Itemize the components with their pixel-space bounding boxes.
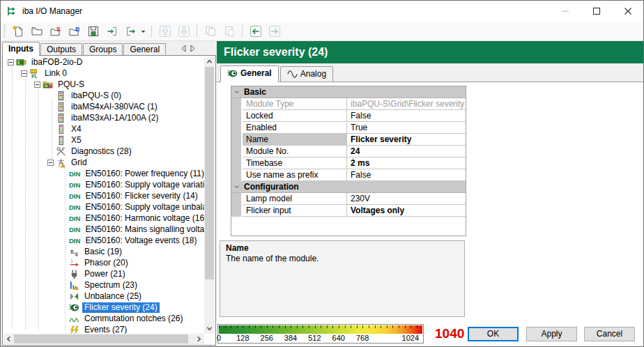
left-tab[interactable]: Inputs	[2, 42, 40, 56]
scroll-up-icon[interactable]	[204, 56, 215, 67]
scroll-right-icon[interactable]	[194, 334, 204, 344]
navigate-forward-button[interactable]	[266, 23, 283, 40]
property-value[interactable]: ibaPQU-S\Grid\Flicker severity	[347, 98, 466, 110]
scale-tick-label: 768	[356, 334, 369, 342]
left-tab[interactable]: Outputs	[40, 43, 82, 56]
property-value[interactable]: 230V	[347, 193, 466, 205]
tree-item[interactable]: Diagnostics (28)	[3, 146, 204, 157]
tree-item[interactable]: DIN EN50160: Flicker severity (14)	[3, 190, 204, 201]
property-row-margin	[231, 205, 243, 217]
paste-button[interactable]	[220, 23, 238, 40]
scrollbar-thumb[interactable]	[14, 334, 188, 344]
tree-item[interactable]: Events (27)	[3, 324, 204, 334]
tree-item[interactable]: ibaFOB-2io-D	[3, 56, 204, 68]
tree-item[interactable]: ibaMS3xAI-1A/100A (2)	[3, 112, 204, 123]
navigate-back-button[interactable]	[247, 23, 264, 40]
tree-item[interactable]: Spectrum (23)	[3, 279, 204, 291]
tree-item[interactable]: DIN EN50160: Harmonic voltage (16)	[3, 213, 204, 224]
tree-item[interactable]: DIN EN50160: Voltage events (18)	[3, 235, 204, 246]
detail-tab[interactable]: Analog	[280, 66, 333, 82]
export-button[interactable]	[122, 23, 139, 40]
tree-item[interactable]: Commutation notches (26)	[3, 313, 204, 324]
tree-item-label: Events (27)	[82, 325, 129, 334]
tree-item[interactable]: ibaMS4xAI-380VAC (1)	[3, 101, 204, 112]
left-tab[interactable]: Groups	[83, 43, 123, 56]
property-section-header[interactable]: Configuration	[231, 181, 466, 193]
property-section-header[interactable]: Basic	[231, 86, 466, 98]
expander-icon[interactable]	[8, 59, 14, 65]
property-value[interactable]: False	[347, 169, 466, 181]
property-value[interactable]: False	[347, 110, 466, 122]
property-value[interactable]: True	[347, 122, 466, 134]
open-backup-button[interactable]: B	[66, 23, 83, 40]
din-icon: DIN	[69, 180, 80, 190]
tree-item[interactable]: s PQU-S	[3, 79, 204, 90]
tree-item[interactable]: Basic (19)	[3, 246, 204, 257]
tree-item[interactable]: DIN EN50160: Power frequency (11)	[3, 168, 204, 179]
close-button[interactable]	[612, 1, 643, 22]
property-label: Module No.	[243, 146, 347, 157]
tree-item-label: Diagnostics (28)	[69, 146, 134, 157]
tab-scroll-right-icon[interactable]	[190, 44, 197, 52]
tree-item[interactable]: X5	[3, 134, 204, 146]
property-value[interactable]: 2 ms	[347, 157, 466, 169]
left-tab[interactable]: General	[123, 43, 166, 56]
open-solution-button[interactable]: S	[47, 23, 64, 40]
titlebar: iba I/O Manager	[1, 1, 643, 22]
tree-item[interactable]: Power (21)	[3, 268, 204, 279]
expander-icon[interactable]	[47, 160, 54, 166]
tree-item[interactable]: Grid	[3, 157, 204, 168]
tree-item[interactable]: X4	[3, 123, 204, 134]
din-icon: DIN	[69, 236, 80, 246]
tree-horizontal-scrollbar[interactable]	[3, 334, 204, 344]
ok-button[interactable]: OK	[468, 327, 519, 341]
tree-item[interactable]: Phasor (20)	[3, 257, 204, 268]
tree-item-label: PQU-S	[56, 79, 86, 90]
description-text: The name of the module.	[226, 254, 459, 263]
chevron-down-icon	[231, 183, 243, 190]
scale-tick-label: 640	[332, 334, 345, 342]
property-label: Name	[243, 134, 347, 146]
cancel-button[interactable]: Cancel	[584, 327, 635, 341]
property-label: Use name as prefix	[243, 169, 347, 181]
move-up-button[interactable]	[156, 23, 174, 40]
tree-vertical-scrollbar[interactable]	[204, 56, 215, 334]
tree-item[interactable]: ibaPQU-S (0)	[3, 90, 204, 101]
tree-item-label: EN50160: Mains signalling voltage (1	[83, 224, 204, 235]
tree-item[interactable]: DIN EN50160: Mains signalling voltage (1	[3, 224, 204, 235]
property-value[interactable]: Flicker severity	[347, 134, 466, 146]
toolbar-grip[interactable]	[3, 24, 6, 38]
property-label: Enabled	[243, 122, 347, 134]
tree-item[interactable]: DIN EN50160: Supply voltage unbalance	[3, 201, 204, 213]
tree-item[interactable]: FL Link 0	[3, 68, 204, 79]
move-down-button[interactable]	[175, 23, 192, 40]
scrollbar-thumb[interactable]	[205, 67, 214, 279]
export-dropdown-caret[interactable]	[140, 23, 148, 40]
expander-icon[interactable]	[21, 70, 27, 77]
save-button[interactable]	[84, 23, 102, 40]
property-value[interactable]: Voltages only	[347, 205, 466, 217]
tree-item-label: EN50160: Supply voltage variation (1	[83, 180, 204, 190]
detail-tab[interactable]: General	[220, 65, 279, 82]
copy-button[interactable]	[201, 23, 219, 40]
maximize-button[interactable]	[581, 1, 612, 22]
tree-item[interactable]: DIN EN50160: Supply voltage variation (1	[3, 179, 204, 190]
minimize-button[interactable]	[549, 1, 581, 22]
scale-tick-label: 512	[308, 334, 321, 342]
scroll-down-icon[interactable]	[204, 323, 215, 334]
import-button[interactable]	[103, 23, 121, 40]
tree-item[interactable]: Flicker severity (24)	[3, 302, 204, 313]
new-configuration-button[interactable]	[9, 23, 26, 40]
tree-item-label: Basic (19)	[82, 247, 124, 257]
tree-item-label: ibaFOB-2io-D	[29, 57, 84, 68]
open-file-button[interactable]	[28, 23, 45, 40]
property-row-margin	[231, 157, 243, 169]
din-icon: DIN	[69, 169, 80, 179]
scroll-left-icon[interactable]	[3, 334, 14, 344]
property-value[interactable]: 24	[347, 146, 466, 157]
tab-scroll-left-icon[interactable]	[181, 44, 187, 52]
tree-item[interactable]: Unbalance (25)	[3, 291, 204, 302]
expander-icon[interactable]	[34, 82, 40, 88]
apply-button[interactable]: Apply	[526, 327, 577, 341]
property-label: Flicker input	[243, 205, 347, 217]
